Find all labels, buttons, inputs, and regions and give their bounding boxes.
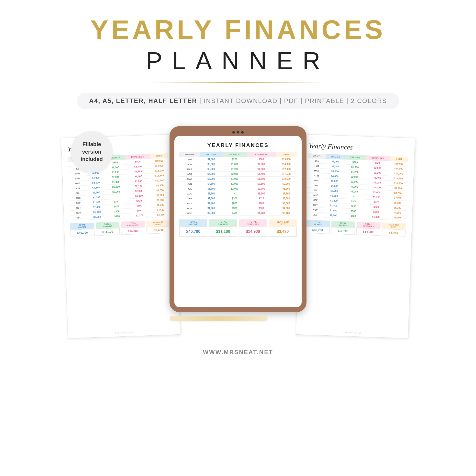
- left-total-debt-label: YEAR-ENDDEBT: [146, 220, 170, 227]
- month-cell: NOV: [306, 207, 324, 213]
- tablet-col-savings: SAVINGS: [222, 152, 247, 157]
- table-row: JAN$1,000$200$500$19,000: [179, 157, 297, 162]
- expenses-cell: $500: [247, 157, 276, 162]
- debt-cell: $4,680: [388, 210, 406, 216]
- income-cell: $3,000: [86, 180, 105, 186]
- fillable-line3: included: [81, 155, 103, 163]
- savings-cell: $800: [222, 201, 247, 206]
- left-total-expenses-label: TOTALEXPENSES: [121, 221, 145, 228]
- income-cell: $4,000: [325, 173, 344, 179]
- subtitle-bar: A4, A5, LETTER, HALF LETTER | INSTANT DO…: [77, 93, 399, 109]
- income-cell: $4,600: [86, 185, 106, 190]
- month-cell: AUG: [179, 191, 200, 196]
- footer-url: WWW.MRSNEAT.NET: [203, 349, 273, 365]
- right-total-debt-label: YEAR-ENDDEBT: [382, 222, 406, 230]
- debt-cell: $7,200: [276, 191, 297, 196]
- debt-cell: $8,200: [151, 187, 169, 193]
- month-cell: MAY: [307, 178, 325, 184]
- right-paper-sheet: Yearly Finances MONTH INCOME SAVINGS EXP…: [296, 134, 415, 339]
- savings-cell: $200: [222, 157, 247, 162]
- savings-cell: $300: [222, 206, 247, 211]
- month-cell: MAY: [179, 177, 200, 182]
- income-cell: $1,900: [324, 208, 343, 213]
- tablet-total-income: TOTALINCOME $40,700: [179, 220, 207, 237]
- debt-cell: $5,380: [152, 202, 170, 208]
- debt-cell: $8,200: [389, 190, 407, 196]
- fillable-badge: Fillable version included: [71, 131, 113, 173]
- right-total-income: TOTALINCOME $40,700: [306, 220, 330, 234]
- tablet-total-savings-value: $11,100: [209, 227, 237, 237]
- debt-cell: $9,900: [276, 182, 297, 187]
- savings-cell: $2,000: [222, 172, 247, 177]
- right-total-savings: TOTALSAVINGS $11,100: [331, 221, 355, 235]
- month-cell: OCT: [306, 202, 324, 208]
- expenses-cell: $2,000: [247, 187, 276, 191]
- income-cell: $2,400: [87, 204, 106, 210]
- month-cell: AUG: [307, 192, 324, 198]
- savings-cell: $1,900: [222, 182, 247, 187]
- tablet-pencil: [170, 316, 267, 321]
- debt-cell: $5,380: [389, 205, 407, 211]
- tablet-total-expenses: TOTALEXPENSES $14,900: [239, 220, 267, 237]
- right-total-expenses-label: TOTALEXPENSES: [357, 221, 380, 229]
- expenses-cell: $1,200: [363, 214, 388, 220]
- month-cell: DEC: [70, 215, 88, 221]
- header: YEARLY FINANCES PLANNER A4, A5, LETTER, …: [0, 0, 476, 126]
- debt-cell: $19,000: [276, 157, 297, 162]
- debt-cell: $7,200: [151, 192, 169, 198]
- month-cell: JUL: [307, 187, 325, 193]
- title-yearly-finances: YEARLY FINANCES: [0, 15, 476, 44]
- income-cell: $2,200: [324, 193, 343, 199]
- income-cell: $1,300: [324, 198, 343, 204]
- right-finance-table: MONTH INCOME SAVINGS EXPENSES DEBT JAN$1…: [306, 153, 408, 221]
- debt-cell: $10,500: [276, 177, 297, 182]
- income-cell: $5,700: [200, 187, 222, 191]
- month-cell: NOV: [70, 210, 87, 216]
- left-total-income-label: TOTALINCOME: [70, 222, 94, 230]
- subtitle-text: A4, A5, LETTER, HALF LETTER: [89, 97, 197, 104]
- month-cell: FEB: [179, 162, 200, 167]
- debt-cell: $14,000: [390, 166, 408, 171]
- left-total-debt: YEAR-ENDDEBT $3,480: [146, 220, 170, 234]
- income-cell: $3,000: [200, 177, 222, 182]
- tablet-total-debt: YEAR-ENDDEBT $3,480: [269, 220, 297, 237]
- table-row: NOV$1,900$300$900$4,680: [179, 206, 297, 211]
- tablet-total-savings: TOTALSAVINGS $11,100: [209, 220, 237, 237]
- income-cell: $3,000: [325, 178, 344, 184]
- main-content: Fillable version included Yearly Finance…: [0, 126, 476, 337]
- tablet-col-expenses: EXPENSES: [247, 152, 276, 157]
- left-total-expenses-value: $14,900: [121, 227, 145, 235]
- expenses-cell: $1,400: [247, 172, 276, 177]
- month-cell: DEC: [179, 211, 200, 216]
- income-cell: $4,600: [325, 183, 344, 189]
- month-cell: AUG: [69, 195, 87, 201]
- debt-cell: $5,380: [276, 201, 297, 206]
- expenses-cell: $2,100: [247, 182, 276, 187]
- tablet-total-expenses-value: $14,900: [239, 227, 267, 237]
- table-row: JUN$4,600$1,900$2,100$9,900: [179, 182, 297, 187]
- income-cell: $1,300: [87, 199, 106, 205]
- tablet-col-month: MONTH: [179, 152, 200, 157]
- table-row: SEP$1,300$300$420$6,380: [179, 196, 297, 201]
- month-cell: JUN: [179, 182, 200, 187]
- left-total-debt-value: $3,480: [146, 226, 170, 234]
- income-cell: $4,600: [200, 182, 222, 187]
- savings-cell: $400: [343, 213, 364, 219]
- month-cell: MAY: [69, 181, 86, 186]
- left-totals: TOTALINCOME $40,700 TOTALSAVINGS $11,100…: [70, 220, 170, 237]
- month-cell: JUN: [307, 183, 325, 188]
- income-cell: $2,200: [87, 194, 106, 200]
- debt-cell: $14,000: [150, 163, 168, 169]
- month-cell: OCT: [179, 201, 200, 206]
- right-col-month: MONTH: [308, 153, 326, 159]
- table-row: APR$4,000$2,000$1,400$11,500: [179, 172, 297, 177]
- expenses-cell: $900: [247, 206, 276, 211]
- debt-cell: $11,500: [276, 172, 297, 177]
- savings-cell: $400: [107, 213, 128, 219]
- month-cell: JAN: [308, 158, 326, 164]
- debt-cell: $6,380: [276, 196, 297, 201]
- income-cell: $2,400: [200, 201, 222, 206]
- debt-cell: $6,380: [152, 197, 170, 203]
- tablet-total-income-value: $40,700: [179, 227, 207, 237]
- savings-cell: $1,000: [222, 177, 247, 182]
